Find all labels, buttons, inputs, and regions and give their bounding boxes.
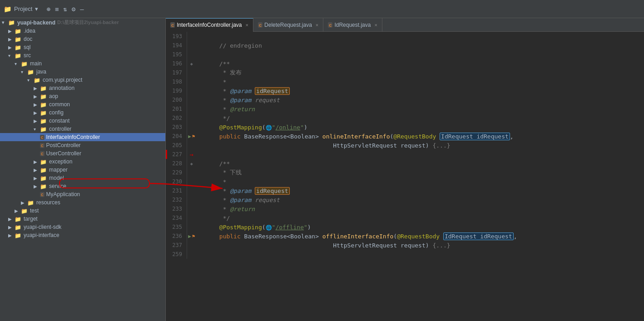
java-label: java xyxy=(36,69,46,75)
main-folder-icon: 📁 xyxy=(21,61,28,67)
interface-controller-label: InterfaceInfoController xyxy=(46,134,100,140)
line-gutter xyxy=(187,114,196,123)
editor-area: c InterfaceInfoController.java × c Delet… xyxy=(166,18,644,321)
table-row: 201 * @return xyxy=(167,104,644,114)
sidebar-item-common[interactable]: ▶ 📁 common xyxy=(0,100,165,109)
service-folder-icon: 📁 xyxy=(40,183,47,189)
project-label[interactable]: Project xyxy=(14,5,32,12)
debug-icon-236[interactable]: ⚑ xyxy=(192,233,195,239)
line-gutter: → xyxy=(187,150,196,159)
line-code xyxy=(196,50,644,59)
line-num: 200 xyxy=(167,95,187,104)
table-row: 228 ◆ /** xyxy=(167,159,644,168)
myapp-label: MyApplication xyxy=(46,191,80,198)
sidebar-item-resources[interactable]: ▶ 📁 resources xyxy=(0,198,165,207)
sidebar: ▾ 📁 yuapi-backend D:\星球项目2\yuapi-backer … xyxy=(0,18,166,321)
tab-idrequest-close[interactable]: × xyxy=(374,22,377,28)
tab-delete[interactable]: c DeleteRequest.java × xyxy=(253,18,323,32)
line-gutter xyxy=(187,213,196,222)
line-num: 205 xyxy=(167,141,187,150)
user-controller-file-icon: c xyxy=(40,151,45,156)
sidebar-item-service[interactable]: ▶ 📁 service xyxy=(0,182,165,190)
line-num: 233 xyxy=(167,204,187,213)
settings-icon[interactable]: ⚙ xyxy=(72,5,75,13)
line-num: 201 xyxy=(167,104,187,114)
line-num: 204 xyxy=(167,132,187,141)
annotation-folder-icon: 📁 xyxy=(40,85,47,91)
sidebar-item-constant[interactable]: ▶ 📁 constant xyxy=(0,117,165,125)
sidebar-item-config[interactable]: ▶ 📁 config xyxy=(0,109,165,117)
line-num: 197 xyxy=(167,68,187,77)
line-gutter xyxy=(187,50,196,59)
sort-icon[interactable]: ⇅ xyxy=(63,5,67,13)
tab-interface-close[interactable]: × xyxy=(246,22,248,28)
sidebar-item-target[interactable]: ▶ 📁 target xyxy=(0,215,165,223)
sidebar-item-mapper[interactable]: ▶ 📁 mapper xyxy=(0,166,165,174)
tab-delete-close[interactable]: × xyxy=(316,22,318,28)
table-row: 227 → xyxy=(167,150,644,159)
line-gutter xyxy=(187,204,196,213)
tab-bar: c InterfaceInfoController.java × c Delet… xyxy=(166,18,644,32)
yuapi-interface-label: yuapi-interface xyxy=(24,232,59,238)
sidebar-item-doc[interactable]: ▶ 📁 doc xyxy=(0,35,165,43)
sidebar-item-client-sdk[interactable]: ▶ 📁 yuapi-client-sdk xyxy=(0,223,165,231)
debug-icon-204[interactable]: ⚑ xyxy=(192,133,195,139)
sidebar-item-main[interactable]: ▾ 📁 main xyxy=(0,59,165,68)
line-num: 193 xyxy=(167,32,187,41)
fold-228[interactable]: ◆ xyxy=(187,161,196,166)
table-row: 193 xyxy=(167,32,644,41)
table-row: 205 HttpServletRequest request) {...} xyxy=(167,141,644,150)
line-code: * 发布 xyxy=(196,68,644,77)
sidebar-item-java[interactable]: ▾ 📁 java xyxy=(0,68,165,76)
model-arrow: ▶ xyxy=(34,176,40,181)
line-num: 229 xyxy=(167,168,187,177)
sidebar-item-sql[interactable]: ▶ 📁 sql xyxy=(0,43,165,51)
sidebar-item-controller[interactable]: ▾ 📁 controller xyxy=(0,125,165,133)
service-arrow: ▶ xyxy=(34,184,40,189)
dropdown-arrow[interactable]: ▾ xyxy=(35,5,38,12)
fold-196[interactable]: ◆ xyxy=(187,61,196,66)
controller-label: controller xyxy=(49,126,71,132)
sidebar-item-annotation[interactable]: ▶ 📁 annotation xyxy=(0,84,165,92)
resources-arrow: ▶ xyxy=(21,200,27,205)
main-arrow: ▾ xyxy=(15,61,21,66)
config-arrow: ▶ xyxy=(34,110,40,115)
constant-label: constant xyxy=(49,118,69,124)
sidebar-item-aop[interactable]: ▶ 📁 aop xyxy=(0,92,165,100)
line-num: 199 xyxy=(167,86,187,95)
sidebar-item-myapp[interactable]: c MyApplication xyxy=(0,190,165,198)
idea-arrow: ▶ xyxy=(8,29,15,34)
minimize-icon[interactable]: — xyxy=(80,5,84,13)
list-icon[interactable]: ≡ xyxy=(55,5,59,13)
sidebar-item-yuapi-interface[interactable]: ▶ 📁 yuapi-interface xyxy=(0,231,165,239)
table-row: 198 * xyxy=(167,77,644,86)
line-num: 235 xyxy=(167,222,187,232)
run-icon-236[interactable]: ▶ xyxy=(188,233,191,239)
app-container: 📁 Project ▾ ⊕ ≡ ⇅ ⚙ — ▾ 📁 yuapi-backend … xyxy=(0,0,644,321)
run-icon-204[interactable]: ▶ xyxy=(188,133,191,139)
sidebar-root[interactable]: ▾ 📁 yuapi-backend D:\星球项目2\yuapi-backer xyxy=(0,18,165,27)
table-row: 237 HttpServletRequest request) {...} xyxy=(167,241,644,250)
sidebar-item-idea[interactable]: ▶ 📁 .idea xyxy=(0,27,165,35)
sidebar-item-post-controller[interactable]: c PostController xyxy=(0,141,165,149)
sidebar-item-user-controller[interactable]: c UserController xyxy=(0,149,165,158)
main-label: main xyxy=(30,60,42,67)
sidebar-item-model[interactable]: ▶ 📁 model xyxy=(0,174,165,182)
sidebar-item-interface-controller[interactable]: c InterfaceInfoController xyxy=(0,133,165,141)
mapper-folder-icon: 📁 xyxy=(40,167,47,173)
tab-idrequest-file-icon: c xyxy=(328,22,332,28)
tab-interface[interactable]: c InterfaceInfoController.java × xyxy=(166,18,253,32)
sidebar-item-test[interactable]: ▶ 📁 test xyxy=(0,207,165,215)
sidebar-item-com-yupi[interactable]: ▾ 📁 com.yupi.project xyxy=(0,76,165,84)
sidebar-item-src[interactable]: ▾ 📁 src xyxy=(0,51,165,59)
tab-idrequest[interactable]: c IdRequest.java × xyxy=(323,18,382,32)
target-folder-icon: 📁 xyxy=(15,216,22,222)
client-sdk-label: yuapi-client-sdk xyxy=(24,224,61,230)
table-row: 194 // endregion xyxy=(167,41,644,50)
sidebar-item-exception[interactable]: ▶ 📁 exception xyxy=(0,158,165,166)
resources-folder-icon: 📁 xyxy=(27,200,35,206)
test-folder-icon: 📁 xyxy=(21,208,28,214)
globe-icon[interactable]: ⊕ xyxy=(46,5,50,13)
line-gutter: ▶ ⚑ xyxy=(187,132,196,141)
line-num: 227 xyxy=(167,150,187,159)
